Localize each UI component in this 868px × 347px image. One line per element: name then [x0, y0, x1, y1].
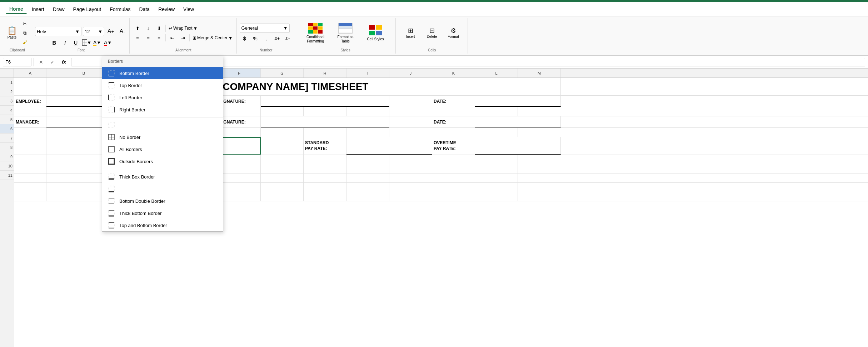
cancel-formula-button[interactable]: ✕	[36, 58, 46, 66]
cell-g7[interactable]	[261, 155, 304, 164]
comma-button[interactable]: ,	[261, 34, 271, 43]
cell-i9[interactable]	[346, 174, 389, 182]
cell-i5[interactable]	[346, 128, 389, 137]
cell-f4[interactable]: SIGNATURE:	[218, 116, 261, 127]
cell-l11[interactable]	[475, 192, 518, 201]
cell-a9[interactable]	[14, 174, 46, 182]
align-center-button[interactable]: ≡	[143, 34, 153, 42]
cell-i6[interactable]	[346, 137, 432, 155]
cell-k9[interactable]	[432, 174, 475, 182]
thick-bottom-border-item[interactable]	[102, 183, 223, 195]
cell-a7[interactable]	[14, 155, 46, 164]
cell-g2[interactable]	[261, 96, 389, 107]
cell-i10[interactable]	[346, 183, 389, 192]
cell-g3[interactable]	[261, 107, 304, 116]
cell-f9[interactable]	[218, 174, 261, 182]
cell-i7[interactable]	[346, 155, 389, 164]
fill-color-button[interactable]: A ▼	[92, 38, 102, 47]
cell-j8[interactable]	[389, 164, 432, 173]
font-name-dropdown[interactable]: Helv ▼	[35, 27, 81, 36]
cell-f6[interactable]	[218, 137, 261, 155]
cell-f11[interactable]	[218, 192, 261, 201]
underline-button[interactable]: U	[71, 38, 81, 47]
decrease-font-button[interactable]: A-	[117, 27, 127, 36]
top-border-item[interactable]: Top Border	[102, 79, 223, 91]
number-format-dropdown[interactable]: General ▼	[240, 24, 290, 33]
format-painter-button[interactable]: 🖌	[20, 38, 30, 47]
format-button[interactable]: ⚙ Format	[443, 21, 463, 46]
cell-h3[interactable]	[304, 107, 346, 116]
increase-decimal-button[interactable]: .0+	[272, 34, 282, 43]
decrease-decimal-button[interactable]: .0-	[283, 34, 293, 43]
cell-l7[interactable]	[475, 155, 518, 164]
cell-l5[interactable]	[475, 128, 518, 137]
cell-g11[interactable]	[261, 192, 304, 201]
cell-l8[interactable]	[475, 164, 518, 173]
align-middle-button[interactable]: ↕	[143, 24, 153, 32]
menu-page-layout[interactable]: Page Layout	[70, 5, 105, 14]
left-border-item[interactable]: Left Border	[102, 91, 223, 104]
thick-box-border-item[interactable]: Outside Borders	[102, 155, 223, 167]
cell-a10[interactable]	[14, 183, 46, 192]
cell-styles-button[interactable]: Cell Styles	[361, 21, 390, 46]
menu-view[interactable]: View	[180, 5, 198, 14]
cell-i11[interactable]	[346, 192, 389, 201]
cell-g4[interactable]	[261, 116, 389, 127]
cell-a5[interactable]	[14, 128, 46, 137]
cell-h7[interactable]	[304, 155, 346, 164]
cell-a3[interactable]	[14, 107, 46, 116]
outside-borders-item[interactable]: All Borders	[102, 143, 223, 155]
top-and-thick-bottom-border-item[interactable]: Thick Bottom Border	[102, 207, 223, 219]
align-right-button[interactable]: ≡	[154, 34, 164, 42]
font-size-dropdown[interactable]: 12 ▼	[83, 27, 104, 36]
cell-l9[interactable]	[475, 174, 518, 182]
cell-h8[interactable]	[304, 164, 346, 173]
cell-h11[interactable]	[304, 192, 346, 201]
align-top-button[interactable]: ⬆	[133, 24, 143, 32]
cell-a2[interactable]: EMPLOYEE:	[14, 96, 46, 107]
cell-h10[interactable]	[304, 183, 346, 192]
cell-f1[interactable]: [COMPANY NAME] TIMESHEET	[218, 78, 561, 95]
cell-k7[interactable]	[432, 155, 475, 164]
cell-k11[interactable]	[432, 192, 475, 201]
cell-h9[interactable]	[304, 174, 346, 182]
menu-formulas[interactable]: Formulas	[106, 5, 134, 14]
cell-k2[interactable]	[475, 96, 561, 107]
paste-button[interactable]: 📋 Paste	[5, 21, 19, 46]
wrap-text-button[interactable]: ↵ Wrap Text ▼	[167, 24, 199, 32]
cell-g6[interactable]	[261, 137, 304, 155]
align-bottom-button[interactable]: ⬇	[154, 24, 164, 32]
no-border-item[interactable]	[102, 119, 223, 131]
cell-j6[interactable]: OVERTIMEPAY RATE:	[432, 137, 475, 155]
merge-center-button[interactable]: ⊞ Merge & Center ▼	[191, 34, 234, 42]
cell-g8[interactable]	[261, 164, 304, 173]
cell-g10[interactable]	[261, 183, 304, 192]
cell-g9[interactable]	[261, 174, 304, 182]
confirm-formula-button[interactable]: ✓	[48, 58, 58, 66]
cell-k6[interactable]	[475, 137, 561, 155]
cell-i4[interactable]	[389, 116, 432, 127]
cell-k3[interactable]	[432, 107, 475, 116]
cell-f2[interactable]: SIGNATURE:	[218, 96, 261, 107]
cell-g5[interactable]	[261, 128, 304, 137]
cell-h6[interactable]: STANDARDPAY RATE:	[304, 137, 346, 155]
cell-h5[interactable]	[304, 128, 346, 137]
bottom-border-item[interactable]: Bottom Border	[102, 67, 223, 79]
cell-a4[interactable]: MANAGER:	[14, 116, 46, 127]
cell-l10[interactable]	[475, 183, 518, 192]
cell-j2[interactable]: DATE:	[432, 96, 475, 107]
cell-j5[interactable]	[389, 128, 432, 137]
top-and-double-bottom-border-item[interactable]: Top and Bottom Border	[102, 219, 223, 231]
cell-f5[interactable]	[218, 128, 261, 137]
copy-button[interactable]: ⧉	[20, 29, 30, 37]
menu-review[interactable]: Review	[155, 5, 178, 14]
cut-button[interactable]: ✂	[20, 20, 30, 28]
right-border-item[interactable]: Right Border	[102, 104, 223, 116]
increase-indent-button[interactable]: ⇥	[178, 34, 188, 42]
menu-home[interactable]: Home	[6, 5, 27, 14]
cell-j9[interactable]	[389, 174, 432, 182]
cell-k8[interactable]	[432, 164, 475, 173]
cell-i8[interactable]	[346, 164, 389, 173]
italic-button[interactable]: I	[60, 38, 70, 47]
cell-ref-box[interactable]: F6	[3, 58, 31, 66]
